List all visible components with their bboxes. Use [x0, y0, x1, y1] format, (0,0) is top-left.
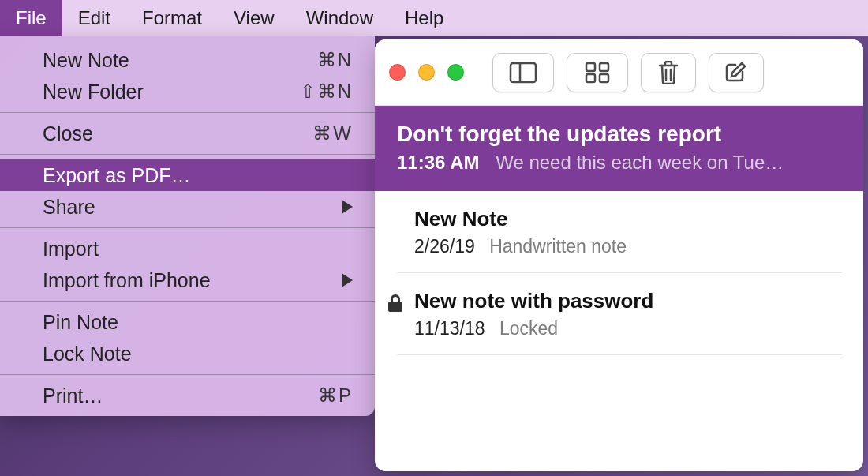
- menu-item-label: Export as PDF…: [43, 164, 353, 187]
- file-menu: New Note ⌘N New Folder ⇧⌘N Close ⌘W Expo…: [0, 36, 375, 416]
- menubar-item-format[interactable]: Format: [126, 0, 218, 36]
- delete-note-button[interactable]: [641, 53, 696, 92]
- menu-item-label: Share: [43, 196, 334, 219]
- grid-icon: [585, 62, 610, 84]
- note-subtitle: 2/26/19 Handwritten note: [414, 236, 841, 257]
- chevron-right-icon: [342, 200, 353, 214]
- menu-item-label: Pin Note: [43, 311, 353, 334]
- minimize-window-button[interactable]: [418, 64, 435, 81]
- menubar-item-view[interactable]: View: [218, 0, 290, 36]
- svg-rect-5: [600, 74, 608, 82]
- sidebar-toggle-button[interactable]: [492, 53, 554, 92]
- menubar-item-window[interactable]: Window: [290, 0, 389, 36]
- grid-view-button[interactable]: [567, 53, 628, 92]
- traffic-lights: [389, 64, 480, 81]
- menu-item-shortcut: ⌘W: [312, 122, 353, 144]
- note-title: New Note: [414, 207, 841, 231]
- menubar-item-help[interactable]: Help: [389, 0, 459, 36]
- menu-item-print[interactable]: Print… ⌘P: [0, 380, 375, 411]
- menu-separator: [0, 227, 375, 228]
- menu-separator: [0, 374, 375, 375]
- trash-icon: [658, 61, 679, 84]
- close-window-button[interactable]: [389, 64, 406, 81]
- menu-item-shortcut: ⇧⌘N: [300, 81, 353, 103]
- note-title: Don't forget the updates report: [397, 122, 841, 147]
- svg-rect-2: [586, 63, 595, 71]
- notes-list-item[interactable]: New Note 2/26/19 Handwritten note: [375, 191, 863, 273]
- note-subtitle: 11/13/18 Locked: [414, 318, 841, 339]
- chevron-right-icon: [342, 273, 353, 287]
- menu-item-label: New Note: [43, 49, 317, 72]
- menu-item-shortcut: ⌘P: [318, 384, 353, 407]
- menu-item-label: Import: [43, 238, 353, 260]
- svg-rect-0: [511, 63, 536, 82]
- menu-item-lock-note[interactable]: Lock Note: [0, 338, 375, 369]
- note-time: 2/26/19: [414, 236, 475, 257]
- window-titlebar: [375, 39, 863, 106]
- menu-item-new-folder[interactable]: New Folder ⇧⌘N: [0, 76, 375, 107]
- note-title: New note with password: [414, 289, 841, 313]
- menubar-item-edit[interactable]: Edit: [62, 0, 126, 36]
- compose-note-button[interactable]: [709, 53, 764, 92]
- zoom-window-button[interactable]: [447, 64, 464, 81]
- lock-icon: [387, 294, 403, 313]
- note-preview: We need this each week on Tue…: [496, 152, 784, 173]
- svg-rect-3: [600, 63, 608, 71]
- sidebar-icon: [509, 62, 537, 84]
- menubar-item-file[interactable]: File: [0, 0, 62, 36]
- note-preview: Handwritten note: [489, 236, 627, 257]
- menu-item-pin-note[interactable]: Pin Note: [0, 306, 375, 338]
- menu-item-import[interactable]: Import: [0, 233, 375, 264]
- note-preview: Locked: [499, 318, 558, 339]
- menu-item-label: Import from iPhone: [43, 269, 334, 292]
- notes-list-item-selected[interactable]: Don't forget the updates report 11:36 AM…: [375, 106, 863, 191]
- menu-separator: [0, 301, 375, 302]
- menu-item-shortcut: ⌘N: [317, 49, 353, 71]
- menu-item-export-as-pdf[interactable]: Export as PDF…: [0, 159, 375, 191]
- menu-item-share[interactable]: Share: [0, 191, 375, 223]
- menu-separator: [0, 112, 375, 113]
- note-time: 11/13/18: [414, 318, 485, 339]
- compose-icon: [724, 61, 748, 84]
- note-time: 11:36 AM: [397, 152, 479, 173]
- menu-item-label: New Folder: [43, 81, 300, 103]
- menubar: File Edit Format View Window Help: [0, 0, 868, 36]
- menu-item-label: Lock Note: [43, 343, 353, 365]
- menu-item-new-note[interactable]: New Note ⌘N: [0, 44, 375, 76]
- menu-item-label: Close: [43, 122, 312, 145]
- menu-item-close[interactable]: Close ⌘W: [0, 118, 375, 149]
- note-subtitle: 11:36 AM We need this each week on Tue…: [397, 152, 841, 174]
- svg-rect-4: [586, 74, 595, 82]
- menu-item-import-from-iphone[interactable]: Import from iPhone: [0, 264, 375, 296]
- menu-separator: [0, 154, 375, 155]
- menu-item-label: Print…: [43, 384, 318, 407]
- notes-window: Don't forget the updates report 11:36 AM…: [375, 39, 863, 471]
- notes-list-item[interactable]: New note with password 11/13/18 Locked: [375, 273, 863, 355]
